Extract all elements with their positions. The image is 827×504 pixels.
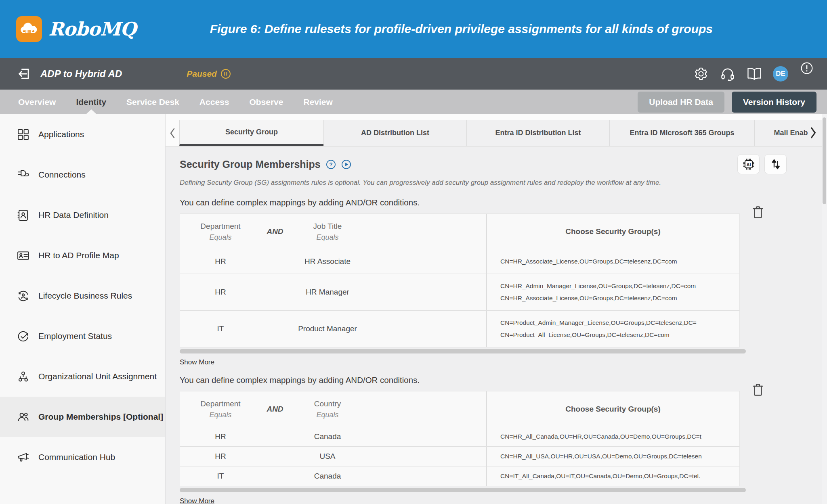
- svg-text:AI: AI: [746, 162, 751, 167]
- table-2-header-row: Department Equals AND Country Equals Cho…: [180, 391, 739, 427]
- brand-logo: RoboMQ: [16, 16, 136, 42]
- table-row: HR HR Associate CN=HR_Associate_License,…: [180, 249, 739, 274]
- section-description: Defining Security Group (SG) assignments…: [180, 179, 827, 187]
- sidebar-item-label: Connections: [38, 170, 86, 180]
- column-header: Country: [289, 399, 366, 408]
- workflow-status-label: Paused: [187, 69, 217, 79]
- sidebar-item-label: Lifecycle Business Rules: [38, 291, 132, 301]
- sidebar-item-hr-data-definition[interactable]: HR Data Definition: [0, 195, 165, 235]
- security-group-item: CN=HR_Associate_License,OU=Groups,DC=tel…: [500, 255, 735, 268]
- settings-gear-icon[interactable]: [693, 66, 709, 82]
- tabs-scroll-right-chevron-icon[interactable]: [805, 123, 821, 143]
- nav-item-overview[interactable]: Overview: [18, 90, 56, 114]
- apps-grid-icon: [17, 128, 29, 141]
- security-group-item: CN=Product_Admin_Manager_License,OU=Grou…: [500, 317, 735, 329]
- department-value: IT: [180, 324, 261, 333]
- back-exit-icon[interactable]: [17, 67, 31, 81]
- tabs-scroll-left-chevron-icon[interactable]: [166, 120, 179, 146]
- documentation-book-icon[interactable]: [746, 66, 762, 82]
- version-history-button[interactable]: Version History: [732, 92, 817, 113]
- rule-table-2-wrap: Department Equals AND Country Equals Cho…: [180, 391, 740, 492]
- sidebar-item-connections[interactable]: Connections: [0, 155, 165, 195]
- show-more-link-2[interactable]: Show More: [180, 497, 214, 504]
- brand-name: RoboMQ: [48, 18, 136, 40]
- section-actions: AI: [737, 154, 787, 174]
- reorder-sort-button[interactable]: [764, 154, 787, 174]
- nav-item-identity[interactable]: Identity: [76, 90, 106, 114]
- header-icon-group: DE: [693, 66, 815, 82]
- nav-actions: Upload HR Data Version History: [638, 92, 827, 113]
- country-value: Canada: [289, 472, 366, 481]
- sort-arrows-icon: [770, 158, 782, 170]
- users-icon: [17, 411, 29, 423]
- sidebar-item-organizational-unit-assignment[interactable]: Organizational Unit Assignment: [0, 356, 165, 397]
- nav-item-review[interactable]: Review: [303, 90, 332, 114]
- vertical-scrollbar-thumb[interactable]: [823, 117, 826, 204]
- robomq-logo-icon: [16, 16, 42, 42]
- tab-security-group[interactable]: Security Group: [179, 120, 323, 146]
- help-icon[interactable]: ?: [326, 159, 336, 169]
- sidebar-item-group-memberships[interactable]: Group Memberships [Optional]: [0, 397, 165, 437]
- security-group-item: CN=Product_All_License,OU=Groups,DC=tele…: [500, 329, 735, 341]
- sidebar-item-employment-status[interactable]: Employment Status: [0, 316, 165, 356]
- sidebar-item-label: Communication Hub: [38, 452, 115, 462]
- country-value: Canada: [289, 432, 366, 441]
- tab-entra-id-distribution-list[interactable]: Entra ID Distribution List: [466, 120, 609, 146]
- column-header: Department: [180, 399, 261, 408]
- table-1-horizontal-scrollbar[interactable]: [180, 349, 746, 353]
- sidebar-item-communication-hub[interactable]: Communication Hub: [0, 437, 165, 477]
- delete-table-2-trash-icon[interactable]: [752, 383, 764, 397]
- upload-hr-data-button[interactable]: Upload HR Data: [638, 92, 724, 113]
- sidebar-item-label: HR to AD Profile Map: [38, 251, 119, 260]
- security-group-item: CN=HR_Associate_License,OU=Groups,DC=tel…: [500, 292, 735, 304]
- delete-table-1-trash-icon[interactable]: [752, 205, 764, 219]
- org-chart-icon: [17, 370, 29, 383]
- groups-column-header: Choose Security Group(s): [487, 227, 739, 236]
- tab-entra-id-microsoft-365-groups[interactable]: Entra ID Microsoft 365 Groups: [609, 120, 754, 146]
- sidebar-item-hr-to-ad-profile-map[interactable]: HR to AD Profile Map: [0, 235, 165, 276]
- ai-assist-button[interactable]: AI: [737, 154, 760, 174]
- department-value: HR: [180, 257, 261, 266]
- cloud-robot-icon: [20, 21, 38, 37]
- column-operator: Equals: [289, 411, 366, 419]
- rule-table-2: Department Equals AND Country Equals Cho…: [180, 391, 740, 486]
- show-more-link-1[interactable]: Show More: [180, 358, 214, 366]
- workflow-bar: ADP to Hybrid AD Paused: [0, 58, 827, 90]
- table-2-horizontal-scrollbar[interactable]: [180, 488, 746, 492]
- security-group-item: CN=HR_All_USA,OU=HR,OU=USA,OU=Demo,OU=Gr…: [500, 450, 735, 462]
- department-value: HR: [180, 432, 261, 441]
- workflow-status-badge[interactable]: Paused: [187, 69, 231, 79]
- nav-item-service-desk[interactable]: Service Desk: [126, 90, 179, 114]
- primary-nav: Overview Identity Service Desk Access Ob…: [0, 90, 827, 114]
- column-operator: Equals: [180, 411, 261, 419]
- job-title-value: Product Manager: [289, 324, 366, 333]
- tab-ad-distribution-list[interactable]: AD Distribution List: [323, 120, 466, 146]
- avatar[interactable]: DE: [773, 66, 788, 82]
- sidebar-item-label: Applications: [38, 130, 84, 139]
- join-operator: AND: [267, 227, 283, 236]
- workflow-name: ADP to Hybrid AD: [40, 68, 122, 79]
- table-1-header-row: Department Equals AND Job Title Equals C…: [180, 214, 739, 249]
- play-video-icon[interactable]: [341, 159, 351, 169]
- table-row: HR Canada CN=HR_All_Canada,OU=HR,OU=Cana…: [180, 427, 739, 446]
- check-circle-icon: [17, 330, 29, 343]
- support-headset-icon[interactable]: [720, 66, 736, 82]
- nav-item-observe[interactable]: Observe: [249, 90, 283, 114]
- nav-item-access[interactable]: Access: [199, 90, 229, 114]
- alert-circle-icon[interactable]: [799, 60, 815, 76]
- table-row: HR HR Manager CN=HR_Admin_Manager_Licens…: [180, 274, 739, 310]
- app-window: RoboMQ Figure 6: Define rulesets for pro…: [0, 0, 827, 504]
- column-operator: Equals: [289, 233, 366, 242]
- column-operator: Equals: [180, 233, 261, 242]
- sidebar-item-lifecycle-business-rules[interactable]: Lifecycle Business Rules: [0, 276, 165, 316]
- person-cycle-icon: [17, 290, 29, 302]
- ai-chip-icon: AI: [742, 157, 756, 171]
- plug-icon: [17, 169, 29, 181]
- sidebar-item-label: Organizational Unit Assignment: [38, 372, 157, 381]
- rule-table-1: Department Equals AND Job Title Equals C…: [180, 213, 740, 347]
- megaphone-icon: [17, 451, 29, 464]
- department-value: IT: [180, 472, 261, 481]
- pause-circle-icon: [220, 69, 231, 79]
- sidebar-item-applications[interactable]: Applications: [0, 114, 165, 155]
- top-header: RoboMQ Figure 6: Define rulesets for pro…: [0, 0, 827, 58]
